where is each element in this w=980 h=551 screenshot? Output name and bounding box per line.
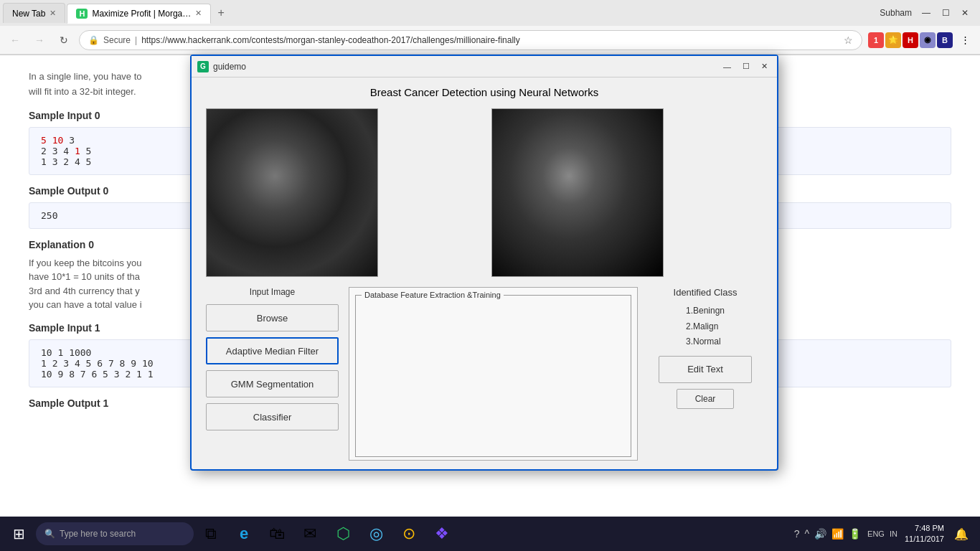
tab-new-tab[interactable]: New Tab ✕ xyxy=(3,3,65,23)
more-button[interactable]: ⋮ xyxy=(956,31,974,50)
clear-button[interactable]: Clear xyxy=(677,389,734,409)
browser-chrome: New Tab ✕ H Maximize Profit | Morga… ✕ +… xyxy=(0,0,980,55)
middle-panel: Database Feature Extraction &Training xyxy=(349,287,638,461)
back-button[interactable]: ← xyxy=(6,31,24,50)
browse-button[interactable]: Browse xyxy=(206,304,339,331)
class-item-1: 1.Beningn xyxy=(686,303,725,319)
left-panel: Input Image Browse Adaptive Median Filte… xyxy=(206,287,339,461)
right-panel: Identified Class 1.Beningn 2.Malign 3.No… xyxy=(648,287,763,461)
url-text: https://www.hackerrank.com/contests/morg… xyxy=(141,35,839,45)
adaptive-median-filter-button[interactable]: Adaptive Median Filter xyxy=(206,337,339,364)
dialog-close-button[interactable]: ✕ xyxy=(758,61,771,72)
tray-volume-icon[interactable]: 🔊 xyxy=(813,527,828,541)
tab-favicon: H xyxy=(76,9,88,19)
maximize-button[interactable]: ☐ xyxy=(939,6,953,19)
class-item-2: 2.Malign xyxy=(686,319,725,335)
dialog-title: guidemo xyxy=(213,62,715,72)
browser2-icon: ◎ xyxy=(369,524,383,543)
input-image-inner xyxy=(207,109,377,276)
taskbar-right: ? ^ 🔊 📶 🔋 ENG IN 7:48 PM 11/11/2017 🔔 xyxy=(793,522,977,547)
edit-text-button[interactable]: Edit Text xyxy=(659,356,752,383)
taskbar-task-view[interactable]: ⧉ xyxy=(195,518,227,550)
taskbar-mail[interactable]: ✉ xyxy=(294,518,326,550)
search-icon: 🔍 xyxy=(44,529,55,539)
dialog-window: G guidemo — ☐ ✕ Breast Cancer Detection … xyxy=(190,55,778,471)
dialog-titlebar: G guidemo — ☐ ✕ xyxy=(192,56,777,77)
secure-icon: 🔒 xyxy=(88,35,99,45)
dialog-body: Breast Cancer Detection using Neural Net… xyxy=(192,77,777,469)
dialog-images xyxy=(206,108,763,277)
search-placeholder: Type here to search xyxy=(60,529,136,539)
tab-hackerrank[interactable]: H Maximize Profit | Morga… ✕ xyxy=(67,4,211,24)
input-image-label: Input Image xyxy=(206,287,339,297)
middle-panel-title: Database Feature Extraction &Training xyxy=(362,291,504,299)
ext-icon-4[interactable]: ◉ xyxy=(920,32,936,48)
task-view-icon: ⧉ xyxy=(205,524,217,543)
window-controls: — ☐ ✕ xyxy=(919,6,977,19)
taskbar-edge[interactable]: e xyxy=(228,518,260,550)
system-tray: ? ^ 🔊 📶 🔋 ENG IN xyxy=(793,527,897,541)
ext-icon-3[interactable]: H xyxy=(903,32,918,48)
taskbar-hackerrank[interactable]: ⬡ xyxy=(327,518,359,550)
gmm-segmentation-button[interactable]: GMM Segmentation xyxy=(206,370,339,397)
ext-icon-1[interactable]: 1 xyxy=(868,32,884,48)
tray-battery-icon[interactable]: 🔋 xyxy=(847,527,862,541)
dialog-icon: G xyxy=(197,61,209,72)
input-image-display xyxy=(206,108,378,277)
refresh-button[interactable]: ↻ xyxy=(55,31,73,50)
forward-button[interactable]: → xyxy=(30,31,49,50)
tray-network-icon[interactable]: 📶 xyxy=(830,527,845,541)
hackerrank-icon: ⬡ xyxy=(336,524,350,543)
store-icon: 🛍 xyxy=(269,524,285,543)
clock[interactable]: 7:48 PM 11/11/2017 xyxy=(900,522,948,547)
secure-label: Secure xyxy=(103,35,131,45)
dialog-minimize-button[interactable]: — xyxy=(720,62,735,72)
ext-icon-2[interactable]: 🌟 xyxy=(885,32,901,48)
new-tab-button[interactable]: + xyxy=(212,4,230,22)
search-bar[interactable]: 🔍 Type here to search xyxy=(36,522,194,545)
chrome-icon: ⊙ xyxy=(402,524,415,543)
start-button[interactable]: ⊞ xyxy=(3,518,34,550)
user-info: Subham xyxy=(880,8,918,18)
class-list: 1.Beningn 2.Malign 3.Normal xyxy=(686,303,725,350)
tray-up-icon[interactable]: ^ xyxy=(804,527,811,541)
taskbar: ⊞ 🔍 Type here to search ⧉ e 🛍 ✉ ⬡ ◎ ⊙ ❖ … xyxy=(0,517,980,551)
tab-close-1[interactable]: ✕ xyxy=(50,9,56,18)
dialog-main-title: Breast Cancer Detection using Neural Net… xyxy=(206,86,763,98)
tab-close-2[interactable]: ✕ xyxy=(195,9,202,18)
close-button[interactable]: ✕ xyxy=(958,6,971,19)
processed-image-display xyxy=(491,108,664,277)
taskbar-chrome[interactable]: ⊙ xyxy=(393,518,425,550)
dialog-lower: Input Image Browse Adaptive Median Filte… xyxy=(206,287,763,461)
class-item-3: 3.Normal xyxy=(686,334,725,350)
taskbar-browser2[interactable]: ◎ xyxy=(360,518,392,550)
ext-icon-5[interactable]: B xyxy=(937,32,953,48)
tray-lang: ENG xyxy=(864,529,887,538)
browser-actions: 1 🌟 H ◉ B ⋮ xyxy=(868,31,974,50)
mail-icon: ✉ xyxy=(303,524,316,543)
identified-class-label: Identified Class xyxy=(674,287,738,298)
windows-icon: ⊞ xyxy=(13,525,25,542)
address-bar: ← → ↻ 🔒 Secure | https://www.hackerrank.… xyxy=(0,26,980,55)
notification-icon[interactable]: 🔔 xyxy=(951,524,971,544)
tray-region: IN xyxy=(890,529,897,538)
processed-image-inner xyxy=(492,109,663,276)
taskbar-vs[interactable]: ❖ xyxy=(426,518,458,550)
taskbar-store[interactable]: 🛍 xyxy=(261,518,293,550)
clock-time: 7:48 PM xyxy=(905,523,944,534)
classifier-button[interactable]: Classifier xyxy=(206,403,339,430)
edge-icon: e xyxy=(240,524,248,543)
dialog-restore-button[interactable]: ☐ xyxy=(739,61,753,72)
bookmark-icon[interactable]: ☆ xyxy=(844,34,853,46)
tab-bar: New Tab ✕ H Maximize Profit | Morga… ✕ +… xyxy=(0,0,980,26)
url-box[interactable]: 🔒 Secure | https://www.hackerrank.com/co… xyxy=(79,30,862,50)
vs-icon: ❖ xyxy=(435,524,449,543)
clock-date: 11/11/2017 xyxy=(905,534,944,545)
extension-icons: 1 🌟 H ◉ B xyxy=(868,32,953,48)
minimize-button[interactable]: — xyxy=(919,6,933,19)
tray-help-icon[interactable]: ? xyxy=(793,527,801,541)
